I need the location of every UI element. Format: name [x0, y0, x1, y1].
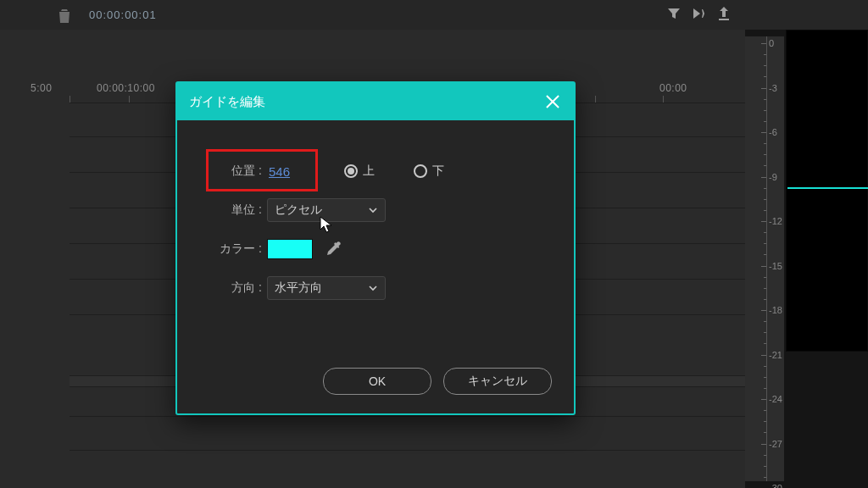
db-label: -27 [769, 439, 784, 449]
radio-circle-icon [344, 164, 358, 178]
cancel-button[interactable]: キャンセル [443, 368, 552, 395]
db-label: -6 [769, 127, 784, 137]
unit-dropdown[interactable]: ピクセル [267, 198, 386, 222]
guide-preview-line [787, 187, 868, 189]
ruler-tick-label: 00:00 [659, 82, 687, 94]
radio-down-label: 下 [432, 164, 444, 179]
chevron-down-icon [368, 283, 378, 293]
radio-circle-icon [414, 164, 427, 178]
dialog-title: ガイドを編集 [189, 94, 265, 110]
db-label: -18 [769, 305, 784, 315]
db-label: -15 [769, 261, 784, 271]
play-with-sound-icon[interactable] [692, 7, 709, 22]
db-label: -24 [769, 394, 784, 404]
db-label: -12 [769, 216, 784, 226]
color-label: カラー : [214, 241, 262, 257]
radio-up-label: 上 [363, 164, 375, 179]
audio-meter-panel: 0-3-6-9-12-15-18-21-24-27-30 [745, 30, 868, 488]
db-ruler: 0-3-6-9-12-15-18-21-24-27-30 [745, 36, 784, 481]
direction-label: 方向 : [214, 280, 262, 296]
color-swatch[interactable] [267, 239, 313, 259]
filter-icon[interactable] [667, 7, 684, 22]
ruler-tick-label: 5:00 [31, 82, 52, 94]
ruler-tick-label: 00:00:10:00 [97, 82, 155, 94]
position-value[interactable]: 546 [267, 164, 292, 179]
current-timecode[interactable]: 00:00:00:01 [89, 8, 157, 21]
direction-dropdown-value: 水平方向 [275, 280, 322, 296]
radio-down[interactable]: 下 [414, 164, 444, 179]
unit-dropdown-value: ピクセル [275, 202, 322, 218]
db-label: -30 [769, 483, 784, 488]
track-header-column [0, 30, 70, 488]
eyedropper-icon[interactable] [325, 241, 342, 258]
panel-header: 00:00:00:01 [0, 0, 868, 30]
chevron-down-icon [368, 205, 378, 215]
db-label: 0 [769, 38, 784, 48]
monitor-view [786, 30, 868, 352]
export-icon[interactable] [717, 7, 734, 22]
direction-dropdown[interactable]: 水平方向 [267, 276, 386, 300]
db-label: -9 [769, 172, 784, 182]
close-icon[interactable] [543, 92, 562, 111]
edit-guide-dialog: ガイドを編集 位置 : 546 上 下 単位 : ピクセル [175, 81, 576, 415]
radio-up[interactable]: 上 [344, 164, 375, 179]
ok-button[interactable]: OK [323, 368, 431, 395]
dialog-titlebar[interactable]: ガイドを編集 [177, 83, 574, 120]
db-label: -21 [769, 350, 784, 360]
db-label: -3 [769, 83, 784, 93]
unit-label: 単位 : [214, 202, 262, 218]
position-label: 位置 : [214, 164, 262, 179]
trash-icon[interactable] [58, 8, 71, 24]
